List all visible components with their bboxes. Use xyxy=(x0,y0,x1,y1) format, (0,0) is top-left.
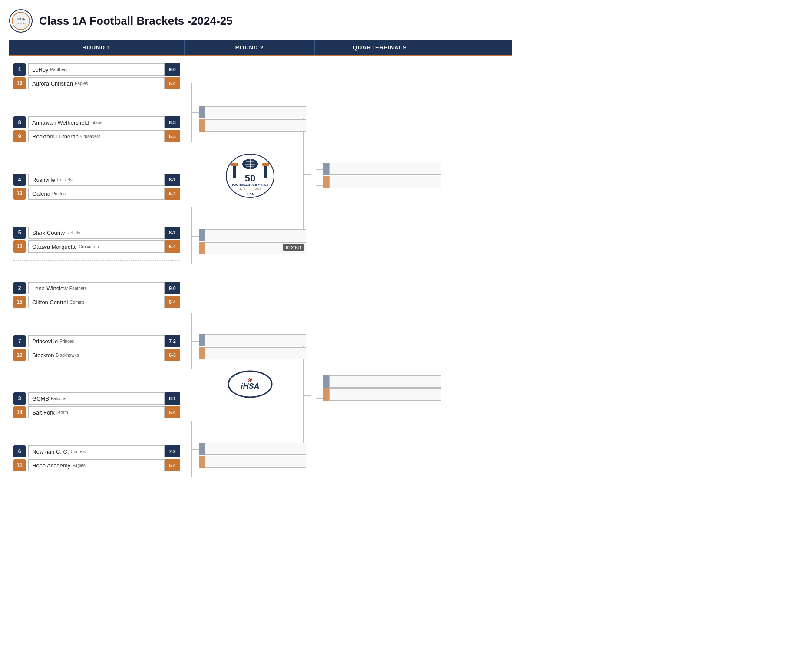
svg-text:FOOTBALL STATE FINALS: FOOTBALL STATE FINALS xyxy=(232,183,268,186)
record-badge: 9-0 xyxy=(165,282,180,294)
qf-team-box xyxy=(329,163,441,175)
seed-badge: 11 xyxy=(13,459,26,471)
team-row: 5 Stark County Rebels 8-1 xyxy=(13,226,180,240)
r2-team-box xyxy=(205,119,306,132)
seed-badge: 8 xyxy=(13,116,26,128)
team-row: 9 Rockford Lutheran Crusaders 6-3 xyxy=(13,129,180,143)
svg-text:IHSA: IHSA xyxy=(17,17,25,21)
seed-badge: 2 xyxy=(13,282,26,294)
r2-indicator-bottom xyxy=(199,119,205,132)
team-name: Lena-Winslow Panthers xyxy=(28,282,165,294)
image-size-badge: 622 KB xyxy=(283,244,304,251)
qf-team-box xyxy=(329,375,441,388)
record-badge: 7-2 xyxy=(165,335,180,347)
svg-rect-33 xyxy=(262,163,269,166)
r2-slot-d xyxy=(199,443,306,468)
seed-badge: 5 xyxy=(13,227,26,239)
record-badge: 5-4 xyxy=(165,459,180,471)
svg-rect-32 xyxy=(231,163,238,166)
svg-text:iHSA: iHSA xyxy=(241,382,259,391)
page-title: Class 1A Football Brackets -2024-25 xyxy=(39,14,233,28)
svg-text:IHSA: IHSA xyxy=(246,193,254,196)
team-name: Newman C. C. Comets xyxy=(28,445,165,457)
qf-indicator-bottom xyxy=(323,388,329,401)
qf-header: QUARTERFINALS xyxy=(315,40,445,55)
svg-text:🏈: 🏈 xyxy=(248,378,252,382)
team-row: 2 Lena-Winslow Panthers 9-0 xyxy=(13,281,180,295)
qf-slot-bottom xyxy=(323,375,441,401)
round2-column: 622 KB 50 FOOTBALL STATE FIN xyxy=(185,56,315,482)
svg-text:50: 50 xyxy=(244,173,255,184)
record-badge: 9-0 xyxy=(165,63,180,76)
record-badge: 6-3 xyxy=(165,116,180,128)
r2-indicator-bottom xyxy=(199,456,205,468)
r2-indicator-top xyxy=(199,106,205,118)
seed-badge: 7 xyxy=(13,335,26,347)
round1-column: 1 LeRoy Panthers 9-0 16 Aurora Christian… xyxy=(9,56,185,482)
team-row: 15 Clifton Central Comets 5-4 xyxy=(13,295,180,309)
r2-slot-c xyxy=(199,334,306,359)
svg-text:ILLINOIS: ILLINOIS xyxy=(17,22,26,25)
rounds-header: ROUND 1 ROUND 2 QUARTERFINALS xyxy=(9,40,512,55)
bracket-main: 1 LeRoy Panthers 9-0 16 Aurora Christian… xyxy=(9,56,512,482)
r2-slot-a xyxy=(199,106,306,132)
page-header: IHSA ILLINOIS Class 1A Football Brackets… xyxy=(9,4,512,40)
seed-badge: 13 xyxy=(13,188,26,200)
team-name: Galena Pirates xyxy=(28,188,165,200)
record-badge: 5-4 xyxy=(165,188,180,200)
qf-indicator-bottom xyxy=(323,176,329,188)
r2-team-box xyxy=(205,229,306,241)
seed-badge: 10 xyxy=(13,349,26,361)
team-name: Salt Fork Storm xyxy=(28,406,165,418)
record-badge: 8-1 xyxy=(165,227,180,239)
team-row: 1 LeRoy Panthers 9-0 xyxy=(13,63,180,76)
record-badge: 5-4 xyxy=(165,296,180,308)
r2-indicator-bottom xyxy=(199,347,205,359)
record-badge: 7-2 xyxy=(165,445,180,457)
svg-rect-30 xyxy=(233,165,236,178)
r2-team-box xyxy=(205,456,306,468)
record-badge: 6-3 xyxy=(165,130,180,142)
team-row: 10 Stockton Blackhawks 6-3 xyxy=(13,348,180,362)
qf-indicator-top xyxy=(323,375,329,388)
team-row: 16 Aurora Christian Eagles 5-4 xyxy=(13,76,180,90)
ihsa-logo-icon: 🏈 iHSA xyxy=(226,369,274,399)
record-badge: 8-1 xyxy=(165,392,180,405)
match-8: 6 Newman C. C. Comets 7-2 11 Hope Academ… xyxy=(13,444,180,472)
team-name: Rockford Lutheran Crusaders xyxy=(28,130,165,142)
record-badge: 5-4 xyxy=(165,77,180,89)
team-name: Stark County Rebels xyxy=(28,227,165,239)
match-3: 4 Rushville Rockets 8-1 13 Galena Pirate… xyxy=(13,173,180,201)
svg-text:2024: 2024 xyxy=(255,188,260,190)
team-name: Stockton Blackhawks xyxy=(28,349,165,361)
match-6: 7 Princeville Princes 7-2 10 Stockton Bl… xyxy=(13,334,180,362)
seed-badge: 9 xyxy=(13,130,26,142)
team-row: 7 Princeville Princes 7-2 xyxy=(13,334,180,348)
team-name: Annawan-Wethersfield Titans xyxy=(28,116,165,128)
seed-badge: 15 xyxy=(13,296,26,308)
r2-indicator-top xyxy=(199,443,205,455)
match-4: 5 Stark County Rebels 8-1 12 Ottawa Marq… xyxy=(13,226,180,253)
match-7: 3 GCMS Falcons 8-1 14 Salt Fork Storm 5-… xyxy=(13,392,180,419)
team-row: 13 Galena Pirates 5-4 xyxy=(13,187,180,201)
ihsa-logo-icon: IHSA ILLINOIS xyxy=(9,9,33,33)
qf-indicator-top xyxy=(323,163,329,175)
team-name: Princeville Princes xyxy=(28,335,165,347)
r2-indicator-top xyxy=(199,229,205,241)
seed-badge: 16 xyxy=(13,77,26,89)
team-row: 12 Ottawa Marquette Crusaders 5-4 xyxy=(13,240,180,253)
team-name: Aurora Christian Eagles xyxy=(28,77,165,89)
logo-50th: 50 FOOTBALL STATE FINALS 1974 2024 IHSA xyxy=(224,152,276,201)
record-badge: 8-1 xyxy=(165,174,180,186)
r2-indicator-top xyxy=(199,334,205,346)
team-name: Ottawa Marquette Crusaders xyxy=(28,240,165,253)
seed-badge: 14 xyxy=(13,406,26,418)
r2-indicator-bottom xyxy=(199,242,205,254)
r2-team-box xyxy=(205,334,306,346)
team-row: 6 Newman C. C. Comets 7-2 xyxy=(13,444,180,458)
svg-point-1 xyxy=(12,12,30,30)
r2-team-box xyxy=(205,443,306,455)
record-badge: 6-3 xyxy=(165,349,180,361)
qf-bracket-lines xyxy=(315,56,446,482)
team-row: 3 GCMS Falcons 8-1 xyxy=(13,392,180,405)
